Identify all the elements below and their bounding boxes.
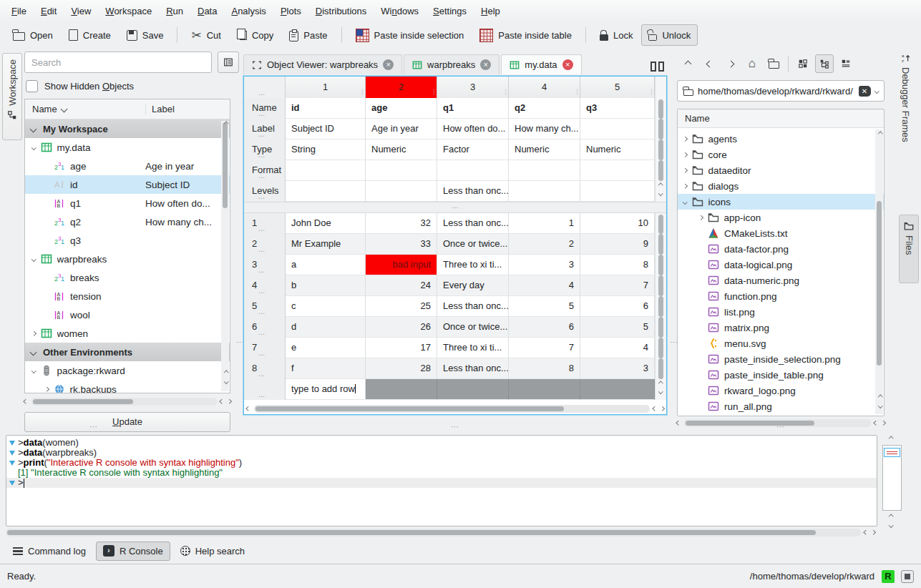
label-column-header[interactable]: Label: [145, 104, 230, 114]
cell[interactable]: b: [286, 275, 366, 296]
cell[interactable]: Every day: [437, 275, 509, 296]
file-item-icons-selected[interactable]: icons: [678, 194, 884, 210]
scroll-right-icon[interactable]: [871, 530, 875, 534]
cell[interactable]: q2: [509, 98, 580, 119]
cell[interactable]: f: [286, 358, 366, 379]
add-row-edit-cell[interactable]: type to add row: [286, 379, 366, 400]
cell[interactable]: Numeric: [509, 139, 580, 160]
scroll-up-icon[interactable]: [889, 436, 893, 441]
tree-item-q2[interactable]: 231 q2How many ch...: [25, 212, 230, 231]
cell[interactable]: d: [286, 317, 366, 338]
file-item-data-logical[interactable]: data-logical.png: [678, 257, 884, 273]
cell[interactable]: 6: [509, 317, 580, 338]
cell[interactable]: Numeric: [366, 139, 437, 160]
menu-data[interactable]: Data: [190, 3, 224, 19]
file-item-list[interactable]: list.png: [678, 304, 884, 320]
cell[interactable]: 28: [366, 358, 437, 379]
scroll-down-icon[interactable]: [658, 191, 663, 195]
cell[interactable]: [437, 160, 509, 181]
tab-object-viewer[interactable]: Object Viewer: warpbreaks ×: [243, 54, 402, 74]
cell[interactable]: [509, 379, 580, 400]
name-column-header[interactable]: Name: [25, 104, 145, 114]
cell[interactable]: [286, 160, 366, 181]
cell[interactable]: [580, 379, 655, 400]
cell[interactable]: Three to xi ti...: [437, 255, 509, 275]
cell[interactable]: 5: [509, 296, 580, 317]
cell[interactable]: 5: [580, 317, 655, 338]
file-item-agents[interactable]: agents: [678, 131, 884, 147]
minimap-view-indicator[interactable]: [884, 448, 900, 457]
split-view-button[interactable]: [648, 59, 667, 74]
back-button[interactable]: [700, 54, 718, 73]
expander-icon[interactable]: [31, 257, 36, 261]
scroll-up-icon[interactable]: [658, 381, 663, 386]
show-hidden-checkbox[interactable]: [26, 80, 38, 92]
cell[interactable]: [509, 160, 580, 181]
up-button[interactable]: [678, 54, 697, 73]
row-number[interactable]: 1: [244, 213, 286, 234]
scroll-left-icon[interactable]: [874, 421, 878, 425]
section-my-workspace[interactable]: My Workspace: [25, 119, 230, 138]
fold-marker[interactable]: [6, 481, 18, 486]
expander-icon[interactable]: [683, 152, 687, 157]
bad-input-cell[interactable]: bad input: [366, 255, 437, 275]
file-item-app-icon[interactable]: app-icon: [678, 210, 884, 225]
menu-analysis[interactable]: Analysis: [224, 3, 273, 19]
cell[interactable]: 3: [509, 255, 580, 275]
interrupt-r-button[interactable]: [901, 570, 914, 583]
path-combobox[interactable]: home/thomas/develop/rkward/rkward/ ✕: [677, 80, 885, 102]
r-console[interactable]: > data (women) > data (warpbreaks) > pri…: [6, 435, 877, 526]
menu-plots[interactable]: Plots: [273, 3, 308, 19]
expander-icon[interactable]: [683, 168, 687, 172]
file-item-menu-svg[interactable]: menu.svg: [678, 335, 884, 351]
cell[interactable]: age: [366, 98, 437, 119]
cut-button[interactable]: Cut: [184, 24, 228, 46]
lock-button[interactable]: Lock: [593, 24, 640, 46]
row-number[interactable]: 7: [244, 338, 286, 358]
cell[interactable]: c: [286, 296, 366, 317]
cell[interactable]: 2: [509, 234, 580, 255]
cell[interactable]: 24: [366, 275, 437, 296]
cell[interactable]: 10: [580, 213, 655, 234]
meta-vscrollbar[interactable]: [655, 77, 666, 98]
console-minimap[interactable]: [882, 445, 902, 511]
workspace-hscrollbar[interactable]: [24, 398, 230, 406]
file-item-dialogs[interactable]: dialogs: [678, 178, 884, 194]
row-number[interactable]: 5: [244, 296, 286, 317]
cell[interactable]: Factor: [437, 139, 509, 160]
update-button[interactable]: Update: [24, 412, 230, 432]
cell[interactable]: Less than onc...: [437, 296, 509, 317]
scroll-left-icon[interactable]: [24, 399, 28, 403]
file-item-paste-inside-selection[interactable]: paste_inside_selection.png: [678, 351, 884, 367]
file-item-matrix[interactable]: matrix.png: [678, 320, 884, 335]
cell[interactable]: 8: [509, 358, 580, 379]
home-button[interactable]: ⌂: [743, 54, 761, 73]
menu-view[interactable]: View: [64, 3, 98, 19]
tree-item-id[interactable]: A idSubject ID: [25, 175, 230, 194]
tab-warpbreaks[interactable]: warpbreaks ×: [404, 54, 500, 74]
command-log-tab[interactable]: Command log: [6, 542, 93, 561]
cell[interactable]: 6: [580, 296, 655, 317]
cell[interactable]: Less than onc...: [437, 358, 509, 379]
expander-icon[interactable]: [31, 331, 36, 335]
files-tab[interactable]: Files: [899, 215, 919, 283]
row-number[interactable]: 6: [244, 317, 286, 338]
cell[interactable]: 8: [580, 255, 655, 275]
menu-windows[interactable]: Windows: [374, 3, 426, 19]
menu-settings[interactable]: Settings: [426, 3, 474, 19]
cell[interactable]: 3: [580, 358, 655, 379]
file-item-paste-inside-table[interactable]: paste_inside_table.png: [678, 367, 884, 383]
r-console-tab[interactable]: ›R Console: [96, 542, 170, 561]
splitter-handle[interactable]: ⋯: [776, 422, 786, 431]
cell[interactable]: Once or twice...: [437, 317, 509, 338]
editor-splitter[interactable]: ⋯: [244, 202, 666, 213]
scroll-left-icon[interactable]: [246, 406, 250, 411]
file-item-cmakelists[interactable]: CMakeLists.txt: [678, 225, 884, 241]
tree-item-breaks[interactable]: 231 breaks: [25, 268, 230, 287]
cell[interactable]: How many ch...: [509, 119, 580, 139]
cell[interactable]: How often do...: [437, 119, 509, 139]
cell[interactable]: id: [286, 98, 366, 119]
cell[interactable]: Numeric: [580, 139, 655, 160]
paste-button[interactable]: Paste: [282, 24, 334, 46]
cell[interactable]: e: [286, 338, 366, 358]
